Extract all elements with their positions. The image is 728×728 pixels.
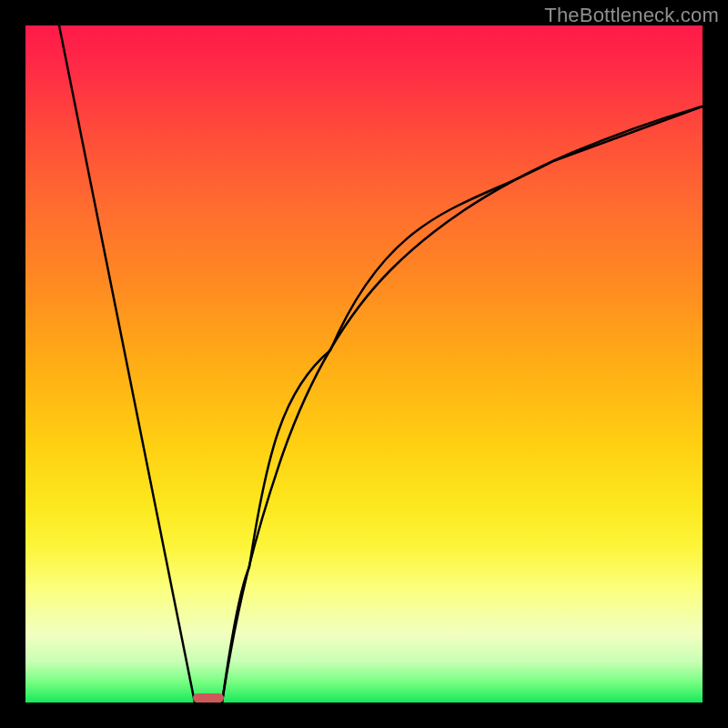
right-curve-smooth [222, 106, 703, 703]
min-marker [193, 693, 224, 703]
plot-area [25, 25, 703, 703]
right-curve [222, 106, 703, 703]
left-line [59, 25, 195, 703]
curve-layer [25, 25, 703, 703]
chart-frame: TheBottleneck.com [0, 0, 728, 728]
watermark-text: TheBottleneck.com [544, 4, 719, 27]
